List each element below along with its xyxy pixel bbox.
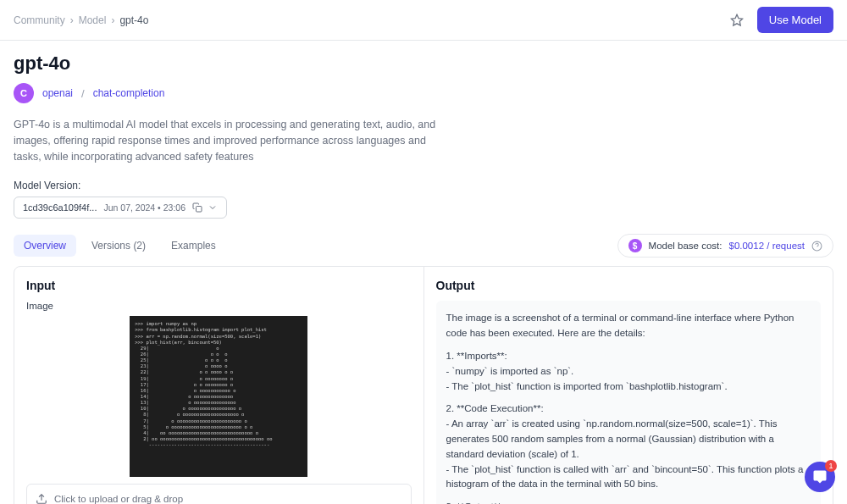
category-link[interactable]: chat-completion <box>93 87 165 99</box>
meta-row: C openai / chat-completion <box>14 83 833 103</box>
topbar: Community › Model › gpt-4o Use Model <box>0 0 847 41</box>
breadcrumb-root[interactable]: Community <box>14 14 65 26</box>
input-panel: Input Image >>> import numpy as np >>> f… <box>14 267 424 504</box>
input-image-preview: >>> import numpy as np >>> from bashplot… <box>130 316 307 477</box>
cost-label: Model base cost: <box>649 241 722 251</box>
use-model-button[interactable]: Use Model <box>757 7 833 33</box>
upload-text: Click to upload or drag & drop <box>54 494 183 504</box>
chevron-down-icon <box>208 202 218 213</box>
cost-pill: $ Model base cost: $0.0012 / request <box>617 234 833 258</box>
dollar-icon: $ <box>628 239 642 252</box>
breadcrumb: Community › Model › gpt-4o <box>14 14 148 26</box>
copy-icon[interactable] <box>192 202 202 213</box>
page-title: gpt-4o <box>14 53 833 75</box>
version-label: Model Version: <box>14 180 833 191</box>
tab-overview[interactable]: Overview <box>14 235 76 257</box>
chevron-right-icon: › <box>111 14 114 26</box>
avatar[interactable]: C <box>14 83 34 103</box>
star-icon <box>730 14 744 27</box>
cost-value: $0.0012 / request <box>728 241 805 251</box>
breadcrumb-current: gpt-4o <box>119 14 148 26</box>
output-paragraph: 1. **Imports**: - `numpy` is imported as… <box>446 349 811 394</box>
chevron-right-icon: › <box>70 14 74 26</box>
topbar-actions: Use Model <box>727 7 833 33</box>
output-panel: Output The image is a screenshot of a te… <box>424 267 833 504</box>
output-paragraph: The image is a screenshot of a terminal … <box>446 311 811 341</box>
version-date: Jun 07, 2024 • 23:06 <box>103 202 185 213</box>
org-link[interactable]: openai <box>42 87 73 99</box>
model-description: GPT-4o is a multimodal AI model that exc… <box>14 117 454 164</box>
output-paragraph: 2. **Code Execution**: - An array `arr` … <box>446 402 811 492</box>
output-title: Output <box>436 279 822 292</box>
output-paragraph: 3. **Output**: - The histogram is displa… <box>446 500 811 504</box>
upload-dropzone[interactable]: Click to upload or drag & drop <box>26 484 412 504</box>
image-label: Image <box>26 301 412 311</box>
breadcrumb-model[interactable]: Model <box>79 14 107 26</box>
tabs-row: Overview Versions (2) Examples $ Model b… <box>0 219 847 266</box>
svg-rect-1 <box>196 207 202 213</box>
tabs: Overview Versions (2) Examples <box>14 235 226 257</box>
star-button[interactable] <box>727 10 747 30</box>
chat-icon <box>812 469 828 485</box>
output-content: The image is a screenshot of a terminal … <box>436 301 822 504</box>
meta-separator: / <box>81 87 85 100</box>
input-title: Input <box>26 279 412 292</box>
tab-examples[interactable]: Examples <box>161 235 226 257</box>
header-section: gpt-4o C openai / chat-completion GPT-4o… <box>0 41 847 219</box>
version-selector[interactable]: 1cd39c6a109f4f... Jun 07, 2024 • 23:06 <box>14 197 227 219</box>
version-id: 1cd39c6a109f4f... <box>23 202 97 213</box>
help-icon[interactable] <box>811 241 822 252</box>
svg-marker-0 <box>731 14 742 25</box>
chat-badge: 1 <box>825 460 837 472</box>
panels: Input Image >>> import numpy as np >>> f… <box>14 266 833 504</box>
upload-icon <box>36 493 47 504</box>
tab-versions[interactable]: Versions (2) <box>81 235 156 257</box>
chat-button[interactable]: 1 <box>805 462 835 492</box>
